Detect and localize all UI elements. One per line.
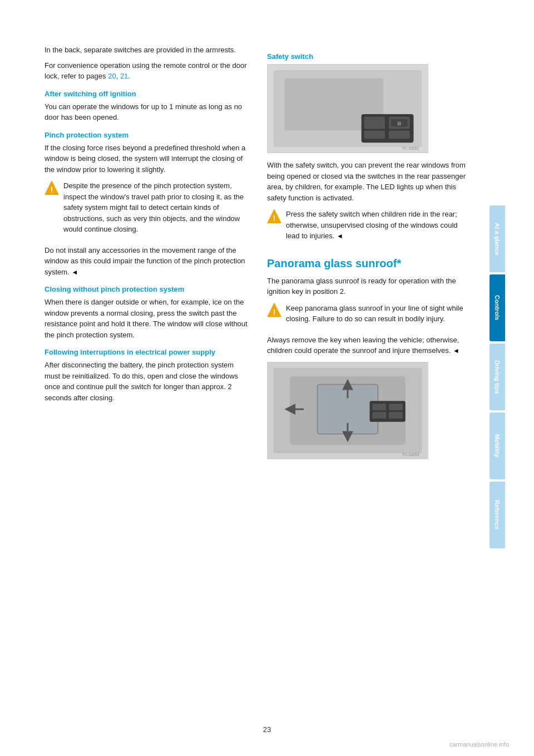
page-number: 23 — [263, 725, 271, 734]
sidebar: At a glance Controls Driving tips Mobili… — [490, 0, 511, 756]
following-interruptions-section: Following interruptions in electrical po… — [44, 348, 250, 403]
pinch-protection-body1: If the closing force rises beyond a pred… — [44, 143, 250, 175]
sidebar-tab-at-glance-label: At a glance — [494, 223, 501, 256]
following-interruptions-body: After disconnecting the battery, the pin… — [44, 360, 250, 403]
panorama-warning-text: Keep panorama glass sunroof in your line… — [286, 303, 473, 325]
panorama-sunroof-section: Panorama glass sunroof* The panorama gla… — [267, 257, 473, 459]
svg-rect-7 — [364, 131, 385, 139]
after-ignition-body: You can operate the windows for up to 1 … — [44, 101, 250, 123]
safety-switch-heading: Safety switch — [267, 52, 473, 61]
watermark: carmanualsonline.info — [449, 741, 509, 748]
svg-text:TC-10253: TC-10253 — [402, 453, 419, 456]
panorama-body2: Always remove the key when leaving the v… — [267, 335, 473, 356]
svg-rect-5 — [364, 117, 385, 129]
sunroof-image: TC-10253 — [267, 362, 428, 459]
safety-switch-warning-text: Press the safety switch when children ri… — [286, 209, 473, 242]
sunroof-svg: TC-10253 — [268, 362, 428, 459]
svg-rect-23 — [372, 404, 386, 410]
warning-icon-safety: ! — [267, 209, 281, 223]
ref-link-20[interactable]: 20 — [108, 72, 116, 80]
svg-rect-26 — [389, 411, 403, 418]
intro-p2-start: For convenience operation using the remo… — [44, 61, 247, 81]
intro-p1: In the back, separate switches are provi… — [44, 45, 250, 56]
safety-switch-image: ⊠ TC-10251 — [267, 64, 428, 153]
svg-rect-8 — [389, 131, 410, 139]
pinch-protection-section: Pinch protection system If the closing f… — [44, 131, 250, 278]
pinch-warning-text: Despite the presence of the pinch protec… — [63, 180, 250, 235]
sidebar-tab-controls-label: Controls — [494, 295, 501, 320]
svg-text:⊠: ⊠ — [397, 121, 402, 126]
panorama-end-marker: ◄ — [453, 347, 459, 355]
left-column: In the back, separate switches are provi… — [44, 45, 250, 466]
sidebar-tab-reference-label: Reference — [494, 500, 501, 529]
sidebar-tab-driving-tips[interactable]: Driving tips — [490, 343, 505, 410]
sidebar-tab-driving-tips-label: Driving tips — [494, 360, 501, 394]
warning-icon-pinch: ! — [44, 180, 59, 195]
warning-icon-panorama: ! — [267, 303, 281, 317]
intro-p2-comma: , — [116, 72, 120, 80]
after-ignition-section: After switching off ignition You can ope… — [44, 90, 250, 123]
safety-warning-text: Press the safety switch when children ri… — [286, 210, 458, 240]
panorama-warning-block: ! Keep panorama glass sunroof in your li… — [267, 303, 473, 329]
safety-switch-body1: With the safety switch, you can prevent … — [267, 160, 473, 203]
sidebar-tab-mobility[interactable]: Mobility — [490, 413, 505, 479]
safety-end-marker: ◄ — [337, 232, 343, 240]
closing-without-section: Closing without pinch protection system … — [44, 285, 250, 340]
sidebar-tab-controls[interactable]: Controls — [490, 274, 505, 341]
after-ignition-heading: After switching off ignition — [44, 90, 250, 98]
svg-rect-24 — [389, 404, 403, 410]
svg-rect-25 — [372, 411, 386, 418]
pinch-protection-body2: Do not install any accessories in the mo… — [44, 245, 250, 278]
sidebar-tab-at-glance[interactable]: At a glance — [490, 205, 505, 272]
safety-switch-warning-block: ! Press the safety switch when children … — [267, 209, 473, 246]
panorama-body1: The panorama glass sunroof is ready for … — [267, 276, 473, 297]
svg-text:TC-10251: TC-10251 — [402, 146, 419, 150]
safety-switch-svg: ⊠ TC-10251 — [268, 65, 428, 153]
right-column: Safety switch — [267, 45, 473, 466]
panorama-heading: Panorama glass sunroof* — [267, 257, 473, 270]
panorama-body2-text: Always remove the key when leaving the v… — [267, 336, 459, 355]
closing-without-body: When there is danger outside or when, fo… — [44, 297, 250, 340]
ref-link-21[interactable]: 21 — [120, 72, 128, 80]
pinch-protection-heading: Pinch protection system — [44, 131, 250, 139]
closing-without-heading: Closing without pinch protection system — [44, 285, 250, 293]
intro-p2: For convenience operation using the remo… — [44, 60, 250, 82]
sidebar-tab-reference[interactable]: Reference — [490, 482, 505, 548]
intro-p2-end: . — [128, 72, 130, 80]
sidebar-tab-mobility-label: Mobility — [494, 434, 501, 458]
following-interruptions-heading: Following interruptions in electrical po… — [44, 348, 250, 356]
pinch-end-marker: ◄ — [71, 268, 78, 276]
safety-switch-section: Safety switch — [267, 52, 473, 246]
pinch-warning-block: ! Despite the presence of the pinch prot… — [44, 180, 250, 239]
